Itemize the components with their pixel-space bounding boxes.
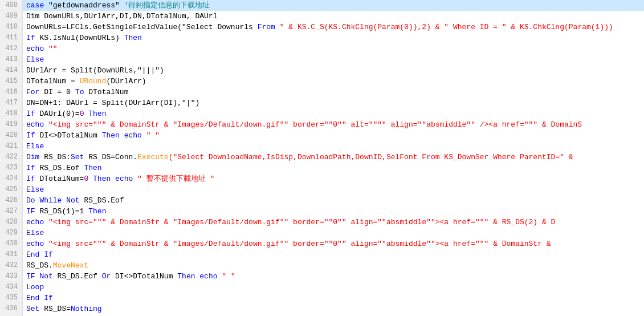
line-content: Else	[23, 54, 44, 65]
code-token: From	[258, 23, 275, 31]
line-number: 411	[0, 33, 23, 43]
line-number: 414	[0, 65, 23, 76]
code-line: 426 Do While Not RS_DS.Eof	[0, 195, 644, 206]
code-token: If	[26, 164, 35, 172]
line-number: 423	[0, 163, 23, 173]
code-token: " "	[142, 131, 160, 140]
line-number: 421	[0, 141, 23, 152]
code-token: DN=DN+1: DAUrl = Split(DUrlArr(DI),"|")	[26, 99, 199, 107]
code-line: 423 If RS_DS.Eof Then	[0, 163, 644, 173]
code-token: Else	[26, 185, 44, 194]
code-line: 429 Else	[0, 228, 644, 238]
line-content: DUrlArr = Split(DownURLs,"|||")	[23, 65, 164, 76]
code-token: To	[75, 88, 84, 96]
code-token: '得到指定信息的下载地址	[124, 1, 210, 10]
line-number: 419	[0, 119, 23, 130]
code-line: 418 If DAUrl(0)=0 Then	[0, 108, 644, 119]
line-content: echo "<img src=""" & DomainStr & "Images…	[23, 217, 555, 228]
code-token: RS_DS.	[26, 261, 53, 270]
line-content: DN=DN+1: DAUrl = Split(DUrlArr(DI),"|")	[23, 98, 199, 108]
line-number: 410	[0, 22, 23, 33]
code-line: 419 echo "<img src=""" & DomainStr & "Im…	[0, 119, 644, 130]
code-token: DI<>DTotalNum	[111, 272, 177, 281]
code-line: 430 echo "<img src=""" & DomainStr & "Im…	[0, 238, 644, 249]
line-content: End If	[23, 249, 53, 260]
code-token: RS_DS.Eof	[35, 164, 84, 172]
line-content: DTotalNum = UBound(DUrlArr)	[23, 76, 146, 87]
line-content: Dim DownURLs,DUrlArr,DI,DN,DTotalNum, DA…	[23, 11, 217, 22]
code-line: 434 Loop	[0, 282, 644, 293]
code-line: 411 If KS.IsNul(DownURLs) Then	[0, 33, 644, 43]
line-content: IF RS_DS(1)=1 Then	[23, 206, 106, 217]
code-token: RS_DS.Eof	[53, 272, 102, 281]
code-token: Then	[88, 110, 106, 118]
code-token: Set	[26, 305, 39, 313]
line-number: 409	[0, 11, 23, 22]
code-token: echo	[115, 175, 133, 183]
line-number: 431	[0, 249, 23, 260]
code-token: echo	[26, 218, 44, 226]
code-token: " "	[218, 272, 235, 281]
code-token: Then	[177, 272, 195, 281]
line-number: 415	[0, 76, 23, 87]
line-content: Else	[23, 184, 44, 195]
code-token: If	[26, 34, 35, 42]
line-content: Else	[23, 141, 44, 152]
line-content: case "getdownaddress" '得到指定信息的下载地址	[23, 0, 210, 11]
code-token: echo	[26, 240, 44, 248]
line-number: 434	[0, 282, 23, 293]
line-content: Dim RS_DS:Set RS_DS=Conn.Execute("Select…	[23, 152, 573, 163]
code-token: DTotalNum=	[35, 175, 84, 183]
code-token: DownURLs=LFCls.GetSingleFieldValue("Sele…	[26, 23, 258, 31]
line-content: If DTotalNum=0 Then echo " 暫不提供下載地址 "	[23, 173, 214, 184]
code-token: End If	[26, 250, 53, 259]
code-token: End If	[26, 294, 53, 302]
line-number: 422	[0, 152, 23, 163]
line-content: If RS_DS.Eof Then	[23, 163, 102, 173]
code-line: 427 IF RS_DS(1)=1 Then	[0, 206, 644, 217]
code-token: UBound	[80, 77, 107, 86]
code-token: Dim DownURLs,DUrlArr,DI,DN,DTotalNum, DA…	[26, 12, 217, 21]
code-line: 415 DTotalNum = UBound(DUrlArr)	[0, 76, 644, 87]
code-line: 414 DUrlArr = Split(DownURLs,"|||")	[0, 65, 644, 76]
code-token: DUrlArr = Split(DownURLs,"|||")	[26, 66, 164, 75]
code-token: MoveNext	[53, 261, 88, 270]
code-token: Or	[102, 272, 111, 281]
line-number: 412	[0, 43, 23, 54]
code-line: 413 Else	[0, 54, 644, 65]
code-token: DAUrl(0)=	[35, 110, 80, 118]
code-line: 410 DownURLs=LFCls.GetSingleFieldValue("…	[0, 22, 644, 33]
line-number: 424	[0, 173, 23, 184]
code-token: Execute	[137, 153, 169, 161]
code-line: 408 case "getdownaddress" '得到指定信息的下载地址	[0, 0, 644, 11]
code-token: Then	[84, 164, 101, 172]
line-number: 426	[0, 195, 23, 206]
line-content: If KS.IsNul(DownURLs) Then	[23, 33, 142, 43]
code-line: 424 If DTotalNum=0 Then echo " 暫不提供下載地址 …	[0, 173, 644, 184]
code-token: RS_DS=	[39, 305, 71, 313]
code-token: RS_DS=Conn.	[84, 153, 137, 161]
code-token: "<img src=""" & DomainStr & "Images/Defa…	[44, 240, 551, 248]
line-content: Loop	[23, 282, 44, 293]
line-number: 425	[0, 184, 23, 195]
line-number: 427	[0, 206, 23, 217]
code-token	[111, 175, 115, 183]
code-token: Set	[71, 153, 84, 161]
code-token: If	[26, 175, 35, 183]
line-content: Else	[23, 228, 44, 238]
code-token: IF	[26, 207, 35, 216]
line-number: 417	[0, 98, 23, 108]
code-token: KS.IsNul(DownURLs)	[35, 34, 124, 42]
code-token: RS_DS(1)=1	[35, 207, 89, 216]
code-token: Then	[93, 175, 111, 183]
code-line: 428 echo "<img src=""" & DomainStr & "Im…	[0, 217, 644, 228]
line-number: 420	[0, 130, 23, 141]
line-content: DownURLs=LFCls.GetSingleFieldValue("Sele…	[23, 22, 613, 33]
code-token: case	[26, 1, 44, 10]
code-line: 417 DN=DN+1: DAUrl = Split(DUrlArr(DI),"…	[0, 98, 644, 108]
code-token: Nothing	[71, 305, 102, 313]
code-token: For	[26, 88, 39, 96]
code-token: Then	[102, 131, 120, 140]
code-token: DTotalNum =	[26, 77, 80, 86]
code-token: " & KS.C_S(KS.ChkClng(Param(0)),2) & " W…	[275, 23, 613, 31]
